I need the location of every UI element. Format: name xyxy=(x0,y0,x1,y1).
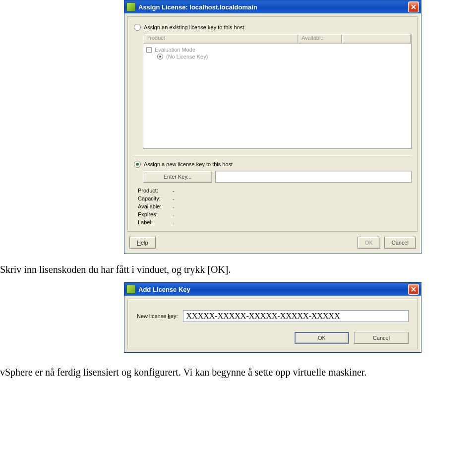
instruction-text-2: vSphere er nå ferdig lisensiert og konfi… xyxy=(0,367,476,378)
license-list: Product Available − Evaluation Mode (No … xyxy=(143,34,412,149)
collapse-icon[interactable]: − xyxy=(146,47,152,53)
kv-label-label: Label: xyxy=(138,219,173,227)
ok-button[interactable]: OK xyxy=(295,332,349,344)
new-license-key-label: New license key: xyxy=(137,313,178,319)
kv-label-value: - xyxy=(173,219,175,227)
license-key-display xyxy=(215,171,412,183)
col-spacer xyxy=(342,34,411,43)
kv-expires-label: Expires: xyxy=(138,211,173,219)
kv-available-label: Available: xyxy=(138,203,173,211)
col-product-header[interactable]: Product xyxy=(143,34,298,43)
radio-assign-existing[interactable]: Assign an existing license key to this h… xyxy=(134,24,412,31)
window-title: Add License Key xyxy=(138,286,408,293)
ok-button[interactable]: OK xyxy=(357,237,380,249)
license-details: Product:- Capacity:- Available:- Expires… xyxy=(138,188,412,227)
titlebar[interactable]: Assign License: localhost.localdomain xyxy=(124,0,421,13)
kv-product-label: Product: xyxy=(138,188,173,195)
assign-license-dialog: Assign License: localhost.localdomain As… xyxy=(124,0,421,254)
kv-capacity-label: Capacity: xyxy=(138,195,173,203)
radio-icon xyxy=(157,54,163,60)
tree-label: (No License Key) xyxy=(166,54,208,60)
tree-row-evaluation[interactable]: − Evaluation Mode xyxy=(146,46,408,54)
close-icon[interactable] xyxy=(408,284,419,295)
license-key-input[interactable]: XXXXX-XXXXX-XXXXX-XXXXX-XXXXX xyxy=(183,310,409,322)
window-title: Assign License: localhost.localdomain xyxy=(138,3,408,11)
kv-expires-value: - xyxy=(173,211,175,219)
app-icon xyxy=(126,2,135,11)
tree-row-no-key[interactable]: (No License Key) xyxy=(157,54,408,60)
cancel-button[interactable]: Cancel xyxy=(354,332,409,344)
tree-label: Evaluation Mode xyxy=(155,47,195,53)
kv-capacity-value: - xyxy=(173,195,175,203)
cancel-button[interactable]: Cancel xyxy=(384,237,416,249)
radio-icon xyxy=(134,161,141,168)
enter-key-button[interactable]: Enter Key... xyxy=(143,171,212,183)
help-button[interactable]: Help xyxy=(129,237,156,249)
radio-assign-new[interactable]: Assign a new license key to this host xyxy=(134,161,412,168)
close-icon[interactable] xyxy=(408,1,419,12)
kv-available-value: - xyxy=(173,203,175,211)
app-icon xyxy=(126,285,135,294)
col-available-header[interactable]: Available xyxy=(298,34,342,43)
kv-product-value: - xyxy=(173,188,175,195)
titlebar[interactable]: Add License Key xyxy=(124,283,421,296)
add-license-key-dialog: Add License Key New license key: XXXXX-X… xyxy=(124,282,421,353)
radio-icon xyxy=(134,24,141,31)
instruction-text-1: Skriv inn lisenskoden du har fått i vind… xyxy=(0,264,476,275)
